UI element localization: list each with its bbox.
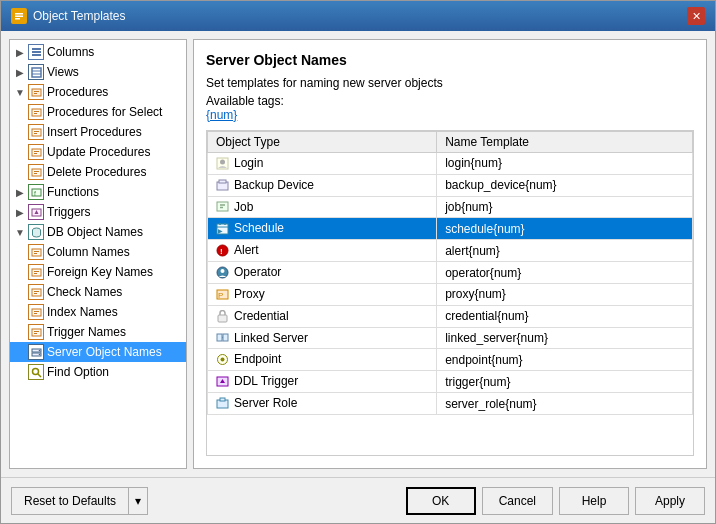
table-row[interactable]: Linked Serverlinked_server{num}	[208, 327, 693, 349]
help-button[interactable]: Help	[559, 487, 629, 515]
tree-icon-proc-select	[28, 104, 44, 120]
data-table-wrapper: Object Type Name Template Loginlogin{num…	[206, 130, 694, 456]
svg-line-50	[38, 374, 41, 377]
tree-item-server-obj-names[interactable]: Server Object Names	[10, 342, 186, 362]
expand-icon-triggers[interactable]: ▶	[14, 206, 26, 218]
table-row[interactable]: DDL Triggertrigger{num}	[208, 371, 693, 393]
name-template-cell: alert{num}	[437, 240, 693, 262]
tree-label-trigger-names: Trigger Names	[47, 325, 126, 339]
tree-label-index-names: Index Names	[47, 305, 118, 319]
tree-label-proc-update: Update Procedures	[47, 145, 150, 159]
apply-button[interactable]: Apply	[635, 487, 705, 515]
object-type-cell: DDL Trigger	[208, 371, 437, 393]
bottom-left: Reset to Defaults ▾	[11, 487, 148, 515]
svg-rect-71	[223, 334, 228, 341]
tree-item-functions[interactable]: ▶fFunctions	[10, 182, 186, 202]
tree-item-check-names[interactable]: Check Names	[10, 282, 186, 302]
object-type-cell: Backup Device	[208, 174, 437, 196]
reset-dropdown-button[interactable]: ▾	[128, 487, 148, 515]
table-row[interactable]: !Alertalert{num}	[208, 240, 693, 262]
row-icon-login	[216, 157, 230, 171]
tree-item-triggers[interactable]: ▶Triggers	[10, 202, 186, 222]
svg-rect-5	[32, 51, 41, 53]
table-row[interactable]: ▶Scheduleschedule{num}	[208, 218, 693, 240]
svg-point-74	[221, 358, 225, 362]
svg-rect-78	[220, 398, 225, 401]
expand-icon-db-objects[interactable]: ▼	[14, 226, 26, 238]
expand-icon-functions[interactable]: ▶	[14, 186, 26, 198]
tree-label-functions: Functions	[47, 185, 99, 199]
tree-item-procedures[interactable]: ▼Procedures	[10, 82, 186, 102]
tree-label-check-names: Check Names	[47, 285, 122, 299]
tree-label-find-option: Find Option	[47, 365, 109, 379]
col-object-type: Object Type	[208, 132, 437, 153]
table-row[interactable]: Server Roleserver_role{num}	[208, 393, 693, 415]
tree-item-views[interactable]: ▶Views	[10, 62, 186, 82]
svg-rect-13	[32, 109, 41, 116]
table-row[interactable]: Endpointendpoint{num}	[208, 349, 693, 371]
table-row[interactable]: Backup Devicebackup_device{num}	[208, 174, 693, 196]
expand-icon-columns[interactable]: ▶	[14, 46, 26, 58]
tree-label-proc-insert: Insert Procedures	[47, 125, 142, 139]
cancel-button[interactable]: Cancel	[482, 487, 553, 515]
tree-item-find-option[interactable]: Find Option	[10, 362, 186, 382]
tree-item-index-names[interactable]: Index Names	[10, 302, 186, 322]
tree-icon-proc-update	[28, 144, 44, 160]
tree-label-procedures: Procedures	[47, 85, 108, 99]
svg-rect-3	[15, 18, 20, 20]
title-bar: Object Templates ✕	[1, 1, 715, 31]
object-type-cell: !Alert	[208, 240, 437, 262]
tree-icon-find-option	[28, 364, 44, 380]
svg-rect-42	[32, 329, 41, 336]
table-row[interactable]: PProxyproxy{num}	[208, 283, 693, 305]
tree-item-columns[interactable]: ▶Columns	[10, 42, 186, 62]
tree-label-proc-delete: Delete Procedures	[47, 165, 146, 179]
tree-icon-db-objects	[28, 224, 44, 240]
table-row[interactable]: Operatoroperator{num}	[208, 262, 693, 284]
svg-rect-7	[32, 68, 41, 77]
tree-item-col-names[interactable]: Column Names	[10, 242, 186, 262]
ok-button[interactable]: OK	[406, 487, 476, 515]
name-template-cell: login{num}	[437, 153, 693, 175]
svg-rect-70	[217, 334, 222, 341]
main-content: ▶Columns▶Views▼ProceduresProcedures for …	[1, 31, 715, 477]
object-type-cell: Login	[208, 153, 437, 175]
object-type-cell: Server Role	[208, 393, 437, 415]
row-icon-alert: !	[216, 244, 230, 258]
close-button[interactable]: ✕	[687, 7, 705, 25]
name-template-cell: credential{num}	[437, 305, 693, 327]
expand-icon-procedures[interactable]: ▼	[14, 86, 26, 98]
tree-label-server-obj-names: Server Object Names	[47, 345, 162, 359]
tree-label-triggers: Triggers	[47, 205, 91, 219]
tree-item-proc-insert[interactable]: Insert Procedures	[10, 122, 186, 142]
svg-rect-39	[32, 309, 41, 316]
bottom-bar: Reset to Defaults ▾ OK Cancel Help Apply	[1, 477, 715, 523]
svg-point-66	[221, 269, 225, 273]
row-icon-ddl	[216, 375, 230, 389]
table-row[interactable]: Credentialcredential{num}	[208, 305, 693, 327]
available-tags: Available tags: {num}	[206, 94, 694, 122]
svg-point-48	[38, 353, 40, 355]
reset-defaults-button[interactable]: Reset to Defaults	[11, 487, 128, 515]
tree-item-proc-select[interactable]: Procedures for Select	[10, 102, 186, 122]
bottom-right: OK Cancel Help Apply	[406, 487, 705, 515]
object-type-cell: Job	[208, 196, 437, 218]
tree-item-db-objects[interactable]: ▼DB Object Names	[10, 222, 186, 242]
tree-icon-proc-delete	[28, 164, 44, 180]
expand-icon-views[interactable]: ▶	[14, 66, 26, 78]
name-template-cell: linked_server{num}	[437, 327, 693, 349]
tree-item-proc-update[interactable]: Update Procedures	[10, 142, 186, 162]
title-bar-left: Object Templates	[11, 8, 126, 24]
svg-rect-16	[32, 129, 41, 136]
tree-item-trigger-names[interactable]: Trigger Names	[10, 322, 186, 342]
right-panel: Server Object Names Set templates for na…	[193, 39, 707, 469]
svg-point-47	[38, 349, 40, 351]
table-row[interactable]: Loginlogin{num}	[208, 153, 693, 175]
table-row[interactable]: Jobjob{num}	[208, 196, 693, 218]
row-icon-proxy: P	[216, 288, 230, 302]
svg-rect-22	[32, 169, 41, 176]
tree-item-fk-names[interactable]: Foreign Key Names	[10, 262, 186, 282]
tag-link[interactable]: {num}	[206, 108, 237, 122]
tree-item-proc-delete[interactable]: Delete Procedures	[10, 162, 186, 182]
object-type-table: Object Type Name Template Loginlogin{num…	[207, 131, 693, 415]
